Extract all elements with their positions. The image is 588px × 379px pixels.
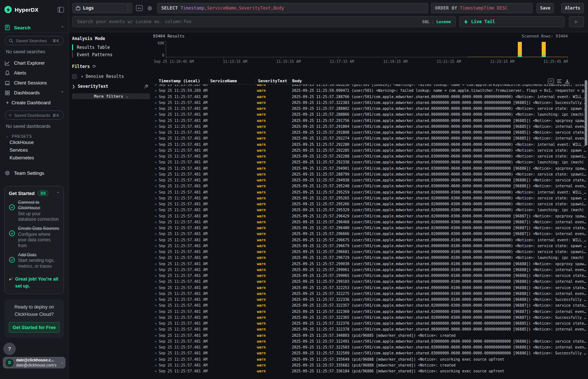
row-expand-icon[interactable]: > (153, 255, 159, 261)
row-expand-icon[interactable]: > (153, 201, 159, 207)
row-density-icon[interactable] (557, 79, 562, 83)
chevron-up-icon[interactable]: ⌃ (61, 91, 64, 95)
create-dashboard-button[interactable]: + Create Dashboard (0, 98, 68, 107)
row-expand-icon[interactable]: > (153, 166, 159, 172)
column-header-servicename[interactable]: ServiceName (208, 79, 256, 83)
sidebar-item-alerts[interactable]: Alerts (0, 68, 68, 78)
row-expand-icon[interactable]: > (153, 273, 159, 279)
row-expand-icon[interactable]: > (153, 333, 159, 339)
row-expand-icon[interactable]: > (153, 124, 159, 130)
row-expand-icon[interactable]: > (153, 243, 159, 249)
language-toggle[interactable]: SQL|Lucene (422, 19, 451, 24)
severity-filter-group[interactable]: ❯ SeverityText (72, 84, 150, 89)
table-row[interactable]: >Sep 25 11:25:57.481 AMwarn2025-09-25 11… (153, 267, 588, 273)
row-expand-icon[interactable]: > (153, 291, 159, 297)
table-row[interactable]: >Sep 25 11:25:57.481 AMwarn2025-09-25 11… (153, 303, 588, 308)
row-expand-icon[interactable]: > (153, 177, 159, 183)
row-expand-icon[interactable]: > (153, 106, 159, 112)
table-row[interactable]: >Sep 25 11:25:57.481 AMwarn2025-09-25 11… (153, 201, 588, 207)
row-expand-icon[interactable]: > (153, 315, 159, 321)
table-row[interactable]: >Sep 25 11:25:57.481 AMwarn2025-09-25 11… (153, 285, 588, 291)
table-row[interactable]: >Sep 25 11:25:57.481 AMwarn2025-09-25 11… (153, 357, 588, 362)
row-expand-icon[interactable]: > (153, 362, 159, 368)
select-clause-input[interactable]: SELECT Timestamp,ServiceName,SeverityTex… (157, 3, 428, 13)
play-button[interactable]: ▷ (569, 16, 584, 27)
row-expand-icon[interactable]: > (153, 195, 159, 201)
table-row[interactable]: >Sep 25 11:25:57.481 AMwarn2025-09-25 11… (153, 136, 588, 141)
table-row[interactable]: >Sep 25 11:25:57.481 AMwarn2025-09-25 11… (153, 297, 588, 303)
table-row[interactable]: >Sep 25 11:25:57.481 AMwarn2025-09-25 11… (153, 261, 588, 267)
pin-icon[interactable] (144, 84, 148, 89)
sql-editor-icon[interactable]: <> (136, 5, 143, 11)
search-input[interactable]: Search your events w/ Lucene ex. column:… (72, 16, 456, 27)
row-expand-icon[interactable]: > (153, 261, 159, 267)
row-expand-icon[interactable]: > (153, 231, 159, 237)
table-row[interactable]: >Sep 25 11:25:57.481 AMwarn2025-09-25 11… (153, 112, 588, 118)
table-row[interactable]: >Sep 25 11:25:57.481 AMwarn2025-09-25 11… (153, 237, 588, 243)
row-expand-icon[interactable]: > (153, 339, 159, 344)
saved-dashboards-input[interactable]: Saved Dashboards ⌘K (5, 111, 64, 120)
table-row[interactable]: >Sep 25 11:25:57.481 AMwarn2025-09-25 11… (153, 106, 588, 112)
user-menu[interactable]: D dale@clickhouse.c... dale@clickhouse.c… (3, 357, 65, 368)
table-row[interactable]: >Sep 25 11:25:57.481 AMwarn2025-09-25 11… (153, 315, 588, 321)
row-expand-icon[interactable]: > (153, 112, 159, 118)
denoise-checkbox[interactable] (72, 74, 77, 79)
mode-results-table[interactable]: Results Table (72, 44, 150, 50)
table-row[interactable]: >Sep 25 11:25:57.481 AMwarn2025-09-25 11… (153, 273, 588, 279)
get-started-free-button[interactable]: Get Started for Free (9, 322, 60, 333)
histogram-bar[interactable] (518, 42, 522, 57)
table-row[interactable]: >Sep 25 11:25:57.481 AMwarn2025-09-25 11… (153, 333, 588, 339)
more-filters-button[interactable]: More filters ⌄ (72, 93, 150, 99)
row-expand-icon[interactable]: > (153, 100, 159, 106)
saved-searches-input[interactable]: Saved Searches ⌘K (5, 36, 64, 45)
help-button[interactable]: ? (3, 343, 16, 355)
table-row[interactable]: >Sep 25 11:25:57.481 AMwarn2025-09-25 11… (153, 344, 588, 350)
source-select[interactable]: Logs ⌃⌄ (72, 3, 132, 13)
table-row[interactable]: >Sep 25 11:25:57.481 AMwarn2025-09-25 11… (153, 172, 588, 177)
sidebar-item-dashboards[interactable]: Dashboards ⌃ (0, 88, 68, 98)
row-expand-icon[interactable]: > (153, 357, 159, 362)
row-expand-icon[interactable]: > (153, 172, 159, 177)
row-expand-icon[interactable]: > (153, 267, 159, 273)
row-expand-icon[interactable]: > (153, 190, 159, 195)
table-row[interactable]: >Sep 25 11:25:57.481 AMwarn2025-09-25 11… (153, 124, 588, 130)
row-expand-icon[interactable]: > (153, 368, 159, 374)
row-expand-icon[interactable]: > (153, 285, 159, 291)
row-expand-icon[interactable]: > (153, 159, 159, 165)
row-expand-icon[interactable]: > (153, 183, 159, 189)
table-row[interactable]: >Sep 25 11:25:57.481 AMwarn2025-09-25 11… (153, 321, 588, 326)
table-code-icon[interactable]: <> (548, 79, 554, 84)
refresh-icon[interactable]: ⟳ (92, 64, 96, 69)
row-expand-icon[interactable]: > (153, 225, 159, 231)
table-row[interactable]: >Sep 25 11:25:57.481 AMwarn2025-09-25 11… (153, 159, 588, 165)
get-started-header[interactable]: Get Started 3/3 ⌃ (9, 190, 60, 196)
row-expand-icon[interactable]: > (153, 237, 159, 243)
preset-kubernetes[interactable]: Kubernetes (0, 154, 68, 162)
row-expand-icon[interactable]: > (153, 148, 159, 154)
row-expand-icon[interactable]: > (153, 321, 159, 326)
table-row[interactable]: >Sep 25 11:25:57.481 AMwarn2025-09-25 11… (153, 142, 588, 148)
lang-lucene[interactable]: Lucene (436, 19, 451, 24)
table-scrollbar[interactable] (585, 80, 587, 145)
row-expand-icon[interactable]: > (153, 249, 159, 255)
row-expand-icon[interactable]: > (153, 130, 159, 136)
column-header-body[interactable]: Body (290, 79, 588, 83)
histogram-bar[interactable] (542, 42, 546, 57)
collapse-sidebar-icon[interactable] (58, 7, 64, 12)
presets-header[interactable]: ⌄ PRESETS (0, 134, 68, 138)
table-row[interactable]: >Sep 25 11:25:57.481 AMwarn2025-09-25 11… (153, 225, 588, 231)
table-row[interactable]: >Sep 25 11:25:57.481 AMwarn2025-09-25 11… (153, 100, 588, 106)
table-row[interactable]: >Sep 25 11:25:57.481 AMwarn2025-09-25 11… (153, 190, 588, 195)
column-header-timestamp[interactable]: Timestamp (Local) (159, 79, 208, 83)
row-expand-icon[interactable]: > (153, 326, 159, 332)
table-row[interactable]: >Sep 25 11:25:57.481 AMwarn2025-09-25 11… (153, 362, 588, 368)
row-expand-icon[interactable]: > (153, 344, 159, 350)
row-expand-icon[interactable]: > (153, 350, 159, 356)
orderby-input[interactable]: ORDER BY TimestampTime DESC (431, 3, 533, 13)
table-row[interactable]: >Sep 25 11:25:57.481 AMwarn2025-09-25 11… (153, 154, 588, 159)
settings-gear-icon[interactable] (146, 5, 153, 11)
table-row[interactable]: >Sep 25 11:25:57.481 AMwarn2025-09-25 11… (153, 279, 588, 285)
row-expand-icon[interactable]: > (153, 142, 159, 148)
table-row[interactable]: >Sep 25 11:25:57.481 AMwarn2025-09-25 11… (153, 255, 588, 261)
table-row[interactable]: >Sep 25 11:25:57.481 AMwarn2025-09-25 11… (153, 231, 588, 237)
